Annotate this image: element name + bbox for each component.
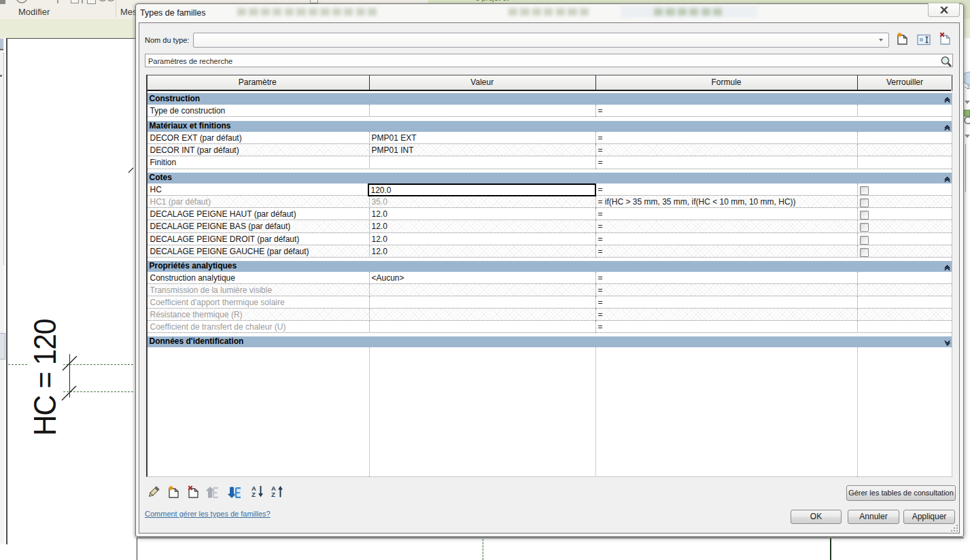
svg-text:-2: -2 [965,84,970,90]
svg-text:Z: Z [252,491,256,498]
svg-text:Z: Z [271,491,275,498]
